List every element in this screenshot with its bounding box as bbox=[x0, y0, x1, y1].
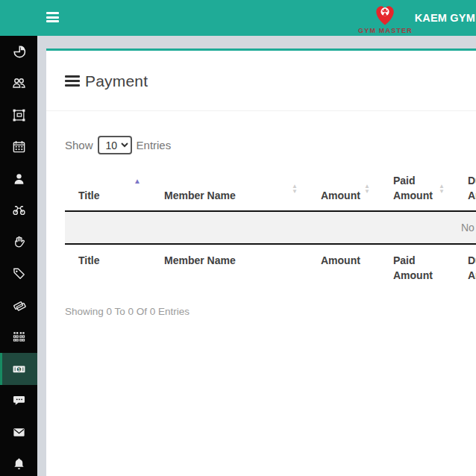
panel-menu-icon[interactable] bbox=[65, 75, 80, 87]
sidebar-item-payment[interactable]: $ bbox=[0, 353, 37, 385]
sidebar-item-messages[interactable] bbox=[0, 385, 37, 417]
column-header-amount[interactable]: Amount ▲▼ bbox=[307, 167, 380, 211]
sidebar-item-classes[interactable] bbox=[0, 226, 37, 258]
payment-panel: Payment Show 10 Entries Title ▲ bbox=[46, 48, 476, 476]
empty-message: No Matching Records Found bbox=[65, 211, 476, 244]
page-size-select[interactable]: 10 bbox=[98, 136, 132, 154]
sort-ascending-icon[interactable]: ▲ bbox=[134, 174, 141, 189]
top-header-bar: GYM MASTER KAEM GYM bbox=[0, 0, 476, 36]
footer-member-name: Member Name bbox=[151, 244, 307, 290]
grid-icon bbox=[12, 330, 26, 344]
sidebar-nav: $ bbox=[0, 36, 37, 476]
payments-table: Title ▲ Member Name ▲▼ Amount ▲▼ Paid bbox=[65, 167, 476, 290]
table-summary: Showing 0 To 0 Of 0 Entries bbox=[65, 306, 476, 317]
column-header-paid-amount[interactable]: Paid Amount ▲▼ bbox=[380, 167, 454, 211]
sidebar-item-dashboard[interactable] bbox=[0, 36, 37, 68]
bell-icon bbox=[12, 457, 26, 471]
calendar-icon bbox=[12, 140, 26, 154]
sidebar-item-tags[interactable] bbox=[0, 258, 37, 290]
tickets-icon bbox=[12, 298, 26, 313]
empty-row: No Matching Records Found bbox=[65, 211, 476, 244]
sidebar-item-members[interactable] bbox=[0, 68, 37, 100]
entries-label: Entries bbox=[137, 139, 172, 151]
sidebar-item-tickets[interactable] bbox=[0, 289, 37, 322]
panel-body: Show 10 Entries Title ▲ Mem bbox=[46, 111, 476, 317]
logo-caption: GYM MASTER bbox=[358, 27, 412, 34]
footer-due-amount: Due Amount bbox=[454, 244, 476, 290]
column-header-title[interactable]: Title ▲ bbox=[65, 167, 151, 211]
sidebar-item-schedule[interactable] bbox=[0, 131, 37, 163]
sidebar-item-reports[interactable] bbox=[0, 322, 37, 354]
page-title: Payment bbox=[85, 72, 148, 90]
table-viewport: Title ▲ Member Name ▲▼ Amount ▲▼ Paid bbox=[65, 167, 476, 290]
column-header-member-name[interactable]: Member Name ▲▼ bbox=[151, 167, 307, 211]
app-logo: GYM MASTER bbox=[358, 1, 412, 34]
heart-figure-logo-icon bbox=[371, 1, 399, 28]
users-icon bbox=[12, 76, 26, 90]
sidebar-item-trainers[interactable] bbox=[0, 195, 37, 227]
sort-icons[interactable]: ▲▼ bbox=[292, 184, 298, 194]
motorcycle-icon bbox=[12, 203, 26, 217]
pie-chart-icon bbox=[12, 45, 26, 59]
show-label: Show bbox=[65, 139, 93, 151]
sidebar-toggle-button[interactable] bbox=[46, 12, 59, 23]
envelope-icon bbox=[12, 425, 26, 439]
sort-icons[interactable]: ▲▼ bbox=[439, 184, 445, 194]
sidebar-item-plans[interactable] bbox=[0, 99, 37, 131]
gym-name: KAEM GYM bbox=[415, 12, 475, 24]
chat-icon bbox=[12, 393, 26, 407]
tag-icon bbox=[12, 266, 26, 281]
user-icon bbox=[12, 172, 26, 186]
sort-icons[interactable]: ▲▼ bbox=[364, 184, 370, 194]
sidebar-item-email[interactable] bbox=[0, 416, 37, 448]
panel-header: Payment bbox=[46, 51, 476, 111]
column-header-due-amount[interactable]: Due Amount ▲▼ bbox=[454, 167, 476, 211]
table-footer-row: Title Member Name Amount Paid Amount Due… bbox=[65, 244, 476, 290]
hand-icon bbox=[12, 235, 26, 249]
footer-title: Title bbox=[65, 244, 151, 290]
artboard-icon bbox=[12, 108, 26, 122]
svg-text:$: $ bbox=[17, 367, 19, 372]
table-header-row: Title ▲ Member Name ▲▼ Amount ▲▼ Paid bbox=[65, 167, 476, 211]
table-length-control: Show 10 Entries bbox=[65, 136, 476, 154]
footer-amount: Amount bbox=[307, 244, 380, 290]
money-icon: $ bbox=[12, 362, 26, 376]
footer-paid-amount: Paid Amount bbox=[380, 244, 454, 290]
sidebar-item-notifications[interactable] bbox=[0, 448, 37, 476]
sidebar-item-profile[interactable] bbox=[0, 163, 37, 195]
